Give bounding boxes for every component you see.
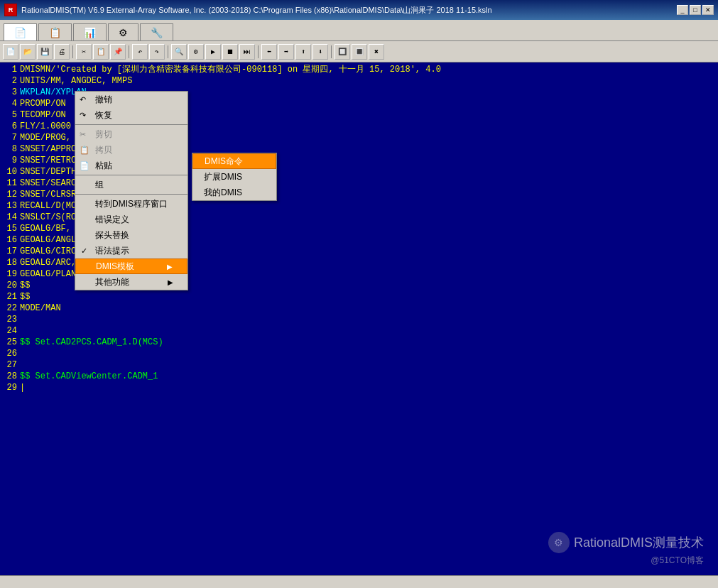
line-number: 19 xyxy=(0,268,20,280)
line-number: 14 xyxy=(0,212,20,223)
context-menu: ↶ 撤销 ↷ 恢复 ✂ 剪切 📋 拷贝 📄 粘贴 组 xyxy=(75,91,188,290)
line-content: $$ Set.CADViewCenter.CADM_1 xyxy=(20,371,158,382)
toolbar: 📄 📂 💾 🖨 ✂ 📋 📌 ↶ ↷ 🔍 ⚙ ▶ ⏹ ⏭ ⬅ ➡ ⬆ ⬇ 🔲 🔳 … xyxy=(0,41,718,62)
toolbar-sep-2 xyxy=(129,45,129,58)
line-number: 17 xyxy=(0,246,20,257)
sub-menu-item-expand-dmis[interactable]: 扩展DMIS xyxy=(192,169,276,185)
menu-template-label: DMIS模板 xyxy=(96,261,134,273)
menu-goto-label: 转到DMIS程序窗口 xyxy=(95,198,168,210)
toolbar-redo[interactable]: ↷ xyxy=(149,44,165,60)
toolbar-btn-j[interactable]: 🔳 xyxy=(352,44,367,60)
tab-1-icon: 📄 xyxy=(14,27,26,38)
sub-menu-item-dmis-command[interactable]: DMIS命令 xyxy=(192,153,276,169)
app-icon: R xyxy=(4,4,17,16)
line-number: 3 xyxy=(0,87,20,98)
code-line: 21$$ xyxy=(0,291,718,303)
toolbar-new[interactable]: 📄 xyxy=(3,44,18,60)
menu-redo-label: 恢复 xyxy=(95,109,112,121)
menu-item-group[interactable]: 组 xyxy=(75,177,187,192)
close-button[interactable]: ✕ xyxy=(702,5,714,15)
sub-my-dmis-label: 我的DMIS xyxy=(204,187,242,199)
toolbar-btn-c[interactable]: ⏹ xyxy=(222,44,238,60)
menu-undo-label: 撤销 xyxy=(95,94,112,106)
toolbar-paste[interactable]: 📌 xyxy=(110,44,126,60)
code-line: 2UNITS/MM, ANGDEC, MMPS xyxy=(0,75,718,87)
line-number: 27 xyxy=(0,359,20,371)
minimize-button[interactable]: _ xyxy=(677,5,688,15)
line-number: 1 xyxy=(0,64,20,75)
menu-item-cut[interactable]: ✂ 剪切 xyxy=(75,126,187,142)
tab-3-icon: 📊 xyxy=(84,27,96,38)
menu-item-paste[interactable]: 📄 粘贴 xyxy=(75,158,187,173)
menu-paste-label: 粘贴 xyxy=(95,160,112,172)
toolbar-open[interactable]: 📂 xyxy=(20,44,36,60)
menu-sep-2 xyxy=(75,175,187,175)
menu-copy-label: 拷贝 xyxy=(95,144,112,156)
toolbar-copy[interactable]: 📋 xyxy=(93,44,109,60)
code-line: 24 xyxy=(0,325,718,337)
toolbar-btn-d[interactable]: ⏭ xyxy=(239,44,255,60)
menu-item-error-define[interactable]: 错误定义 xyxy=(75,212,187,227)
tab-2[interactable]: 📋 xyxy=(38,23,72,40)
tab-1[interactable]: 📄 xyxy=(4,23,37,40)
menu-item-redo[interactable]: ↷ 恢复 xyxy=(75,107,187,123)
menu-item-undo[interactable]: ↶ 撤销 xyxy=(75,92,187,107)
tab-5-icon: 🔧 xyxy=(151,27,163,38)
toolbar-undo[interactable]: ↶ xyxy=(132,44,148,60)
tab-5[interactable]: 🔧 xyxy=(140,23,173,40)
menu-item-syntax-hint[interactable]: ✓ 语法提示 xyxy=(75,243,187,258)
line-number: 11 xyxy=(0,178,20,189)
menu-item-other-func[interactable]: 其他功能 ▶ xyxy=(75,274,187,290)
line-number: 4 xyxy=(0,98,20,109)
line-content: $$ Set.CAD2PCS.CADM_1.D(MCS) xyxy=(20,337,163,348)
menu-sep-3 xyxy=(75,194,187,195)
code-line: 26 xyxy=(0,348,718,359)
toolbar-sep-1 xyxy=(72,45,73,58)
toolbar-btn-b[interactable]: ▶ xyxy=(205,44,221,60)
toolbar-print[interactable]: 🖨 xyxy=(54,44,70,60)
menu-group-label: 组 xyxy=(95,179,104,191)
sub-menu-item-my-dmis[interactable]: 我的DMIS xyxy=(192,185,276,200)
line-content: UNITS/MM, ANGDEC, MMPS xyxy=(20,75,132,87)
tab-4[interactable]: ⚙ xyxy=(108,23,138,40)
menu-other-label: 其他功能 xyxy=(95,276,129,288)
tab-3[interactable]: 📊 xyxy=(73,23,107,40)
line-number: 9 xyxy=(0,155,20,166)
line-number: 13 xyxy=(0,200,20,212)
toolbar-btn-i[interactable]: 🔲 xyxy=(334,44,350,60)
maximize-button[interactable]: □ xyxy=(690,5,701,15)
toolbar-cut[interactable]: ✂ xyxy=(76,44,92,60)
line-content: $$ xyxy=(20,280,30,291)
toolbar-btn-h[interactable]: ⬇ xyxy=(312,44,328,60)
tab-2-icon: 📋 xyxy=(49,27,61,38)
paste-icon: 📄 xyxy=(80,161,89,170)
copy-icon: 📋 xyxy=(80,146,89,155)
toolbar-search[interactable]: 🔍 xyxy=(171,44,187,60)
toolbar-btn-g[interactable]: ⬆ xyxy=(295,44,311,60)
menu-item-probe-replace[interactable]: 探头替换 xyxy=(75,227,187,243)
toolbar-btn-f[interactable]: ➡ xyxy=(278,44,294,60)
toolbar-btn-e[interactable]: ⬅ xyxy=(261,44,277,60)
menu-item-dmis-template[interactable]: DMIS模板 ▶ xyxy=(75,258,187,274)
line-number: 24 xyxy=(0,325,20,337)
line-number: 6 xyxy=(0,121,20,132)
line-number: 23 xyxy=(0,314,20,325)
menu-sep-1 xyxy=(75,124,187,125)
toolbar-save[interactable]: 💾 xyxy=(37,44,53,60)
menu-item-copy[interactable]: 📋 拷贝 xyxy=(75,142,187,158)
code-line: 23 xyxy=(0,314,718,325)
line-number: 15 xyxy=(0,223,20,234)
line-number: 28 xyxy=(0,371,20,382)
other-arrow-icon: ▶ xyxy=(168,278,173,286)
toolbar-btn-a[interactable]: ⚙ xyxy=(188,44,204,60)
arrow-icon: ▶ xyxy=(167,263,173,271)
tab-4-icon: ⚙ xyxy=(119,27,128,38)
line-number: 29 xyxy=(0,382,20,393)
menu-item-goto-dmis[interactable]: 转到DMIS程序窗口 xyxy=(75,196,187,212)
sub-dmis-command-label: DMIS命令 xyxy=(205,156,243,168)
checkmark-icon: ✓ xyxy=(81,246,87,256)
toolbar-btn-k[interactable]: ✖ xyxy=(369,44,384,60)
sub-menu: DMIS命令 扩展DMIS 我的DMIS xyxy=(192,153,277,201)
undo-icon: ↶ xyxy=(80,95,86,104)
line-content: PRCOMP/ON xyxy=(20,98,66,109)
